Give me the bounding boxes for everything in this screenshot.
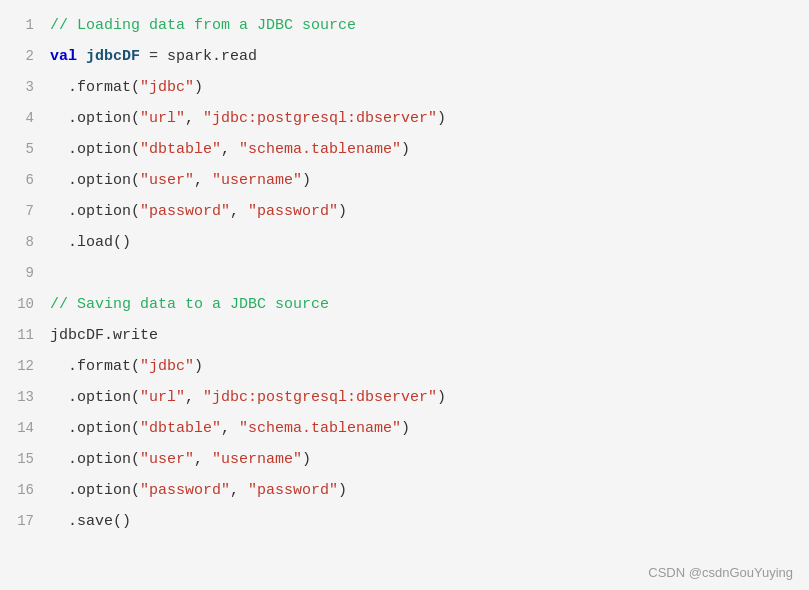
line-num-5: 5 — [0, 134, 50, 164]
code-line-5: 5 .option("dbtable", "schema.tablename") — [0, 134, 809, 165]
line-content-6: .option("user", "username") — [50, 166, 809, 196]
line-content-13: .option("url", "jdbc:postgresql:dbserver… — [50, 383, 809, 413]
line-content-9 — [50, 259, 809, 289]
code-line-9: 9 — [0, 258, 809, 289]
code-line-3: 3 .format("jdbc") — [0, 72, 809, 103]
code-line-16: 16 .option("password", "password") — [0, 475, 809, 506]
line-num-1: 1 — [0, 10, 50, 40]
line-num-6: 6 — [0, 165, 50, 195]
line-num-8: 8 — [0, 227, 50, 257]
line-num-2: 2 — [0, 41, 50, 71]
code-line-10: 10 // Saving data to a JDBC source — [0, 289, 809, 320]
line-content-11: jdbcDF.write — [50, 321, 809, 351]
code-line-13: 13 .option("url", "jdbc:postgresql:dbser… — [0, 382, 809, 413]
watermark: CSDN @csdnGouYuying — [648, 565, 793, 580]
line-content-10: // Saving data to a JDBC source — [50, 290, 809, 320]
code-line-11: 11 jdbcDF.write — [0, 320, 809, 351]
code-editor: 1 // Loading data from a JDBC source 2 v… — [0, 0, 809, 590]
line-num-17: 17 — [0, 506, 50, 536]
code-line-7: 7 .option("password", "password") — [0, 196, 809, 227]
line-num-12: 12 — [0, 351, 50, 381]
code-line-1: 1 // Loading data from a JDBC source — [0, 10, 809, 41]
line-num-7: 7 — [0, 196, 50, 226]
line-content-2: val jdbcDF = spark.read — [50, 42, 809, 72]
code-line-12: 12 .format("jdbc") — [0, 351, 809, 382]
line-num-3: 3 — [0, 72, 50, 102]
line-num-11: 11 — [0, 320, 50, 350]
line-content-17: .save() — [50, 507, 809, 537]
line-content-16: .option("password", "password") — [50, 476, 809, 506]
line-content-8: .load() — [50, 228, 809, 258]
line-num-14: 14 — [0, 413, 50, 443]
line-num-15: 15 — [0, 444, 50, 474]
code-line-4: 4 .option("url", "jdbc:postgresql:dbserv… — [0, 103, 809, 134]
line-content-15: .option("user", "username") — [50, 445, 809, 475]
line-content-4: .option("url", "jdbc:postgresql:dbserver… — [50, 104, 809, 134]
line-content-12: .format("jdbc") — [50, 352, 809, 382]
line-content-5: .option("dbtable", "schema.tablename") — [50, 135, 809, 165]
code-line-14: 14 .option("dbtable", "schema.tablename"… — [0, 413, 809, 444]
line-num-9: 9 — [0, 258, 50, 288]
line-num-10: 10 — [0, 289, 50, 319]
line-num-4: 4 — [0, 103, 50, 133]
code-line-17: 17 .save() — [0, 506, 809, 537]
line-num-16: 16 — [0, 475, 50, 505]
line-content-7: .option("password", "password") — [50, 197, 809, 227]
code-line-2: 2 val jdbcDF = spark.read — [0, 41, 809, 72]
code-line-15: 15 .option("user", "username") — [0, 444, 809, 475]
line-content-1: // Loading data from a JDBC source — [50, 11, 809, 41]
line-content-3: .format("jdbc") — [50, 73, 809, 103]
line-content-14: .option("dbtable", "schema.tablename") — [50, 414, 809, 444]
line-num-13: 13 — [0, 382, 50, 412]
code-line-6: 6 .option("user", "username") — [0, 165, 809, 196]
code-line-8: 8 .load() — [0, 227, 809, 258]
